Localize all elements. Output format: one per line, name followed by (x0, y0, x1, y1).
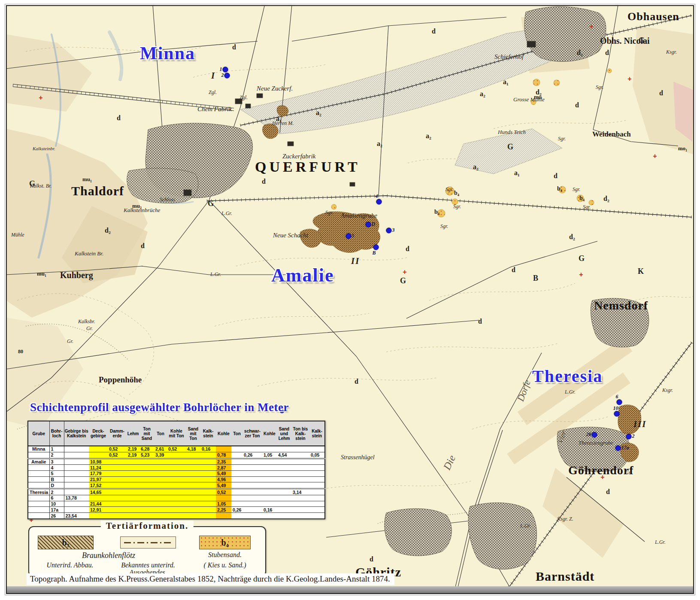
map-label-a₁: a₁ (514, 169, 520, 177)
map-label-b₄: b₄ (434, 209, 439, 215)
map-label-80: 80 (18, 348, 23, 355)
map-label-sgr-: Sgr. (453, 203, 461, 210)
cell (231, 513, 242, 519)
cell: 5,49 (216, 482, 231, 489)
map-label-zgl-: Zgl. (209, 89, 217, 96)
cell (108, 476, 127, 482)
col-header-11: Kohle (216, 421, 231, 446)
map-label-b: B (533, 274, 538, 283)
map-label-a₂: a₂ (316, 109, 321, 117)
borehole-label: 1 (220, 66, 222, 73)
cell (242, 495, 262, 501)
cell (262, 446, 277, 452)
legend-caption-unterird-abbau: Unterird. Abbau. (47, 561, 94, 569)
cell (242, 507, 262, 513)
cell: 26 (49, 513, 64, 519)
borehole-label: 5 (352, 233, 355, 239)
cell: 1 (49, 446, 64, 452)
cell: 0,16 (200, 446, 216, 452)
legend-caption-kies-u-sand: ( Kies u. Sand.) (203, 561, 246, 569)
cell (28, 482, 49, 489)
cell: 2,61 (154, 446, 167, 452)
cell (216, 513, 231, 519)
cell (291, 476, 309, 482)
col-header-17: Kalk- stein (309, 421, 325, 446)
cell (262, 476, 277, 482)
cell (139, 465, 154, 471)
cell (309, 489, 325, 495)
map-label-schloss: Schloss (160, 197, 175, 203)
cell (139, 501, 154, 507)
cell (262, 513, 277, 519)
scan-shadow-band (7, 586, 693, 593)
map-label-mu₂: mu₂ (132, 203, 142, 209)
cell (89, 495, 108, 501)
cell: 2,35 (216, 458, 231, 465)
cell (200, 452, 216, 458)
cell (242, 458, 262, 465)
col-header-6: Ton mit Sand (139, 421, 154, 446)
table-row-6: D17,525,49 (28, 482, 325, 489)
cell (231, 465, 242, 471)
cell (277, 476, 291, 482)
map-label-d: d (478, 318, 482, 325)
cell: D (49, 482, 64, 489)
map-label-a₂: a₂ (473, 163, 479, 171)
cell (242, 476, 262, 482)
cell: 10 (49, 501, 64, 507)
red-cross-marker: + (627, 75, 631, 83)
cell (139, 513, 154, 519)
col-header-10: Kalk- stein (200, 421, 216, 446)
cell (309, 471, 325, 477)
cell (108, 507, 127, 513)
col-header-0: Grube (28, 421, 49, 446)
red-cross-marker: + (39, 94, 42, 102)
cell: 0,05 (309, 452, 325, 458)
cell (139, 482, 154, 489)
borehole-label: D (372, 221, 376, 227)
map-label-sgr-: Sgr. (445, 186, 453, 193)
cell (277, 489, 291, 495)
map-label-schieferhof: Schieferhof (494, 53, 524, 61)
cell (291, 513, 309, 519)
cell (154, 476, 167, 482)
cell (291, 507, 309, 513)
cell (139, 489, 154, 495)
cell (262, 458, 277, 465)
col-header-15: Sand und Lehm (277, 421, 291, 446)
cell: 21,44 (89, 501, 108, 507)
map-label-d₂: d₂ (105, 227, 111, 234)
cell (291, 471, 309, 477)
cell (231, 452, 242, 458)
cell (154, 495, 167, 501)
cell (200, 465, 216, 471)
cell: 0,78 (216, 452, 231, 458)
cell (309, 501, 325, 507)
cell: Minna (28, 446, 49, 452)
cell (139, 471, 154, 477)
map-label-d₂: d₂ (577, 49, 583, 57)
cell: 3,39 (154, 452, 167, 458)
borehole-dot-6: 6 (617, 400, 622, 405)
cell (154, 471, 167, 477)
col-header-7: Ton (154, 421, 167, 446)
map-label-g: G (400, 276, 406, 285)
cell (277, 507, 291, 513)
cell (127, 501, 139, 507)
cell (231, 501, 242, 507)
borehole-label: 6 (616, 394, 618, 400)
cell: 10,98 (89, 458, 108, 465)
cell (200, 482, 216, 489)
cell (309, 495, 325, 501)
cell: 5 (49, 471, 64, 477)
map-label-gr-: Gr. (86, 325, 93, 332)
cell: 6,28 (139, 446, 154, 452)
dashdot-line-icon (124, 542, 172, 543)
map-label-l-gr-: L.Gr. (221, 210, 232, 217)
cell (89, 446, 108, 452)
cell (154, 513, 167, 519)
cell (108, 489, 127, 495)
map-label-d: d (512, 266, 515, 274)
cell: B (49, 476, 64, 482)
cell (231, 458, 242, 465)
